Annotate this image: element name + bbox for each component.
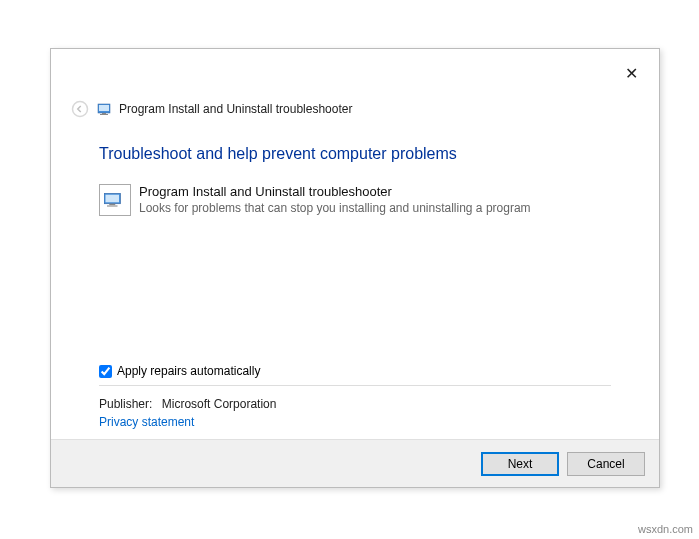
privacy-statement-link[interactable]: Privacy statement bbox=[99, 415, 194, 429]
troubleshooter-text: Program Install and Uninstall troublesho… bbox=[139, 184, 531, 216]
next-button[interactable]: Next bbox=[481, 452, 559, 476]
troubleshooter-icon bbox=[99, 184, 131, 216]
apply-repairs-row[interactable]: Apply repairs automatically bbox=[99, 364, 611, 378]
svg-point-0 bbox=[73, 102, 88, 117]
main-heading: Troubleshoot and help prevent computer p… bbox=[99, 145, 457, 163]
header-row: Program Install and Uninstall troublesho… bbox=[69, 99, 641, 119]
troubleshooter-window: ✕ Program Install and Uninstall troubles… bbox=[50, 48, 660, 488]
window-title: Program Install and Uninstall troublesho… bbox=[119, 102, 352, 116]
svg-rect-7 bbox=[109, 204, 115, 206]
troubleshooter-header-icon bbox=[97, 101, 113, 117]
svg-rect-8 bbox=[107, 205, 118, 207]
watermark: wsxdn.com bbox=[638, 523, 693, 535]
troubleshooter-item: Program Install and Uninstall troublesho… bbox=[99, 184, 611, 216]
svg-rect-6 bbox=[106, 195, 120, 203]
back-arrow-icon bbox=[71, 100, 89, 118]
button-bar: Next Cancel bbox=[51, 439, 659, 487]
publisher-value: Microsoft Corporation bbox=[162, 397, 277, 411]
svg-rect-4 bbox=[100, 114, 108, 115]
back-button[interactable] bbox=[69, 98, 91, 120]
publisher-row: Publisher: Microsoft Corporation bbox=[99, 397, 276, 411]
svg-rect-2 bbox=[99, 105, 109, 111]
close-icon: ✕ bbox=[625, 64, 638, 83]
troubleshooter-title: Program Install and Uninstall troublesho… bbox=[139, 184, 531, 201]
cancel-button[interactable]: Cancel bbox=[567, 452, 645, 476]
publisher-label: Publisher: bbox=[99, 397, 152, 411]
divider bbox=[99, 385, 611, 386]
svg-rect-3 bbox=[102, 113, 106, 114]
close-button[interactable]: ✕ bbox=[621, 63, 641, 83]
apply-repairs-label: Apply repairs automatically bbox=[117, 364, 260, 378]
troubleshooter-description: Looks for problems that can stop you ins… bbox=[139, 201, 531, 217]
apply-repairs-checkbox[interactable] bbox=[99, 365, 112, 378]
